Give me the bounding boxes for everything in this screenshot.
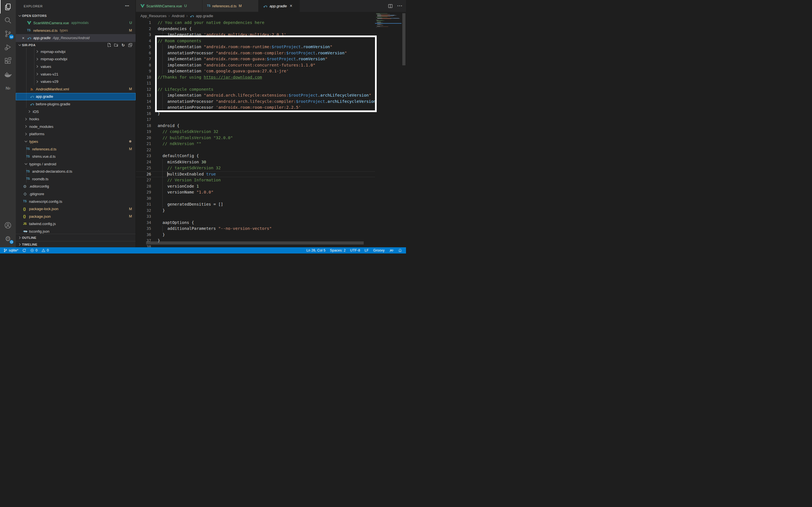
activity-run-and-debug-icon[interactable] (0, 41, 16, 54)
tree-item-mipmap-xxhdpi[interactable]: mipmap-xxhdpi (16, 48, 136, 55)
tab-scanwithcamera-vue[interactable]: ScanWithCamera.vueU (136, 0, 202, 12)
code-line-26[interactable]: 26 multiDexEnabled true (136, 171, 375, 177)
end-of-line[interactable]: LF (364, 248, 369, 252)
feedback[interactable] (389, 248, 394, 252)
tree-item-gitignore[interactable]: .gitignore (16, 190, 136, 198)
tree-item-package-json[interactable]: {}package.jsonM (16, 213, 136, 220)
code-line-2[interactable]: 2dependencies { (136, 26, 375, 32)
project-section-header[interactable]: SIR-PDA↻ (16, 42, 136, 48)
warnings[interactable]: 0 (42, 248, 49, 252)
code-line-22[interactable]: 22 (136, 147, 375, 153)
git-branch-status[interactable]: sqlite* (3, 248, 18, 252)
new-folder-icon[interactable] (114, 43, 119, 48)
new-file-icon[interactable] (107, 43, 112, 48)
tree-item-hooks[interactable]: hooks (16, 115, 136, 123)
breadcrumb-item-app-gradle[interactable]: app.gradle (190, 14, 213, 18)
tree-item-shims-vue-d-ts[interactable]: TSshims.vue.d.ts (16, 153, 136, 160)
code-line-24[interactable]: 24 minSdkVersion 30 (136, 159, 375, 165)
tree-item-roomdb-ts[interactable]: TSroomdb.ts (16, 175, 136, 183)
open-editors-header[interactable]: OPEN EDITORS (16, 12, 136, 19)
tree-item-android-declarations-d-ts[interactable]: TSandroid-declarations.d.ts (16, 168, 136, 175)
tree-item-androidmanifest-xml[interactable]: AndroidManifest.xmlM (16, 86, 136, 93)
more-actions-icon[interactable]: ··· (397, 5, 403, 7)
code-line-25[interactable]: 25 // targetSdkVersion 32 (136, 165, 375, 171)
close-icon[interactable]: × (290, 4, 292, 8)
activity-docker-icon[interactable] (0, 68, 16, 81)
refresh-explorer-icon[interactable]: ↻ (121, 43, 126, 48)
tree-item-editorconfig[interactable]: ⚙.editorconfig (16, 183, 136, 190)
activity-settings-icon[interactable]: ⚙ (0, 232, 16, 245)
code-line-30[interactable]: 30 (136, 195, 375, 202)
tree-item-nativescript-config-ts[interactable]: TSnativescript.config.ts (16, 198, 136, 205)
tree-item-types[interactable]: types (16, 138, 136, 145)
code-line-16[interactable]: 16} (136, 111, 375, 117)
split-editor-icon[interactable] (388, 4, 393, 8)
breadcrumb-item-app-resources[interactable]: App_Resources (140, 14, 167, 18)
code-line-12[interactable]: 12// Lifecycle components (136, 87, 375, 93)
tree-item-typings-android[interactable]: typings / android (16, 160, 136, 168)
horizontal-scrollbar[interactable] (146, 241, 364, 244)
code-editor[interactable]: 1// You can add your native dependencies… (136, 20, 375, 247)
tree-item-app-gradle[interactable]: app.gradle (16, 93, 136, 101)
activity-nativescript-icon[interactable]: N≥ (0, 81, 16, 95)
tree-item-tailwind-config-js[interactable]: JStailwind.config.js (16, 220, 136, 228)
code-line-20[interactable]: 20 // buildToolsVersion "32.0.0" (136, 135, 375, 141)
vertical-scrollbar[interactable] (402, 13, 405, 65)
tree-item-tsconfig-json[interactable]: TStsconfig.json (16, 228, 136, 234)
tab-references-d-ts[interactable]: TSreferences.d.tsM (202, 0, 259, 12)
tab-app-gradle[interactable]: app.gradle× (259, 0, 300, 12)
activity-explorer-icon[interactable] (0, 0, 16, 13)
encoding[interactable]: UTF-8 (350, 248, 360, 252)
collapse-folders-icon[interactable] (128, 43, 133, 48)
breadcrumb-item-android[interactable]: Android (172, 14, 185, 18)
code-line-19[interactable]: 19 // compileSdkVersion 32 (136, 129, 375, 135)
code-line-17[interactable]: 17 (136, 117, 375, 123)
code-line-6[interactable]: 6 annotationProcessor "androidx.room:roo… (136, 50, 375, 56)
open-editor-scanwithcamera-vue[interactable]: ScanWithCamera.vueapp/modalsU (16, 19, 136, 27)
tree-item-references-d-ts[interactable]: TSreferences.d.tsM (16, 145, 136, 153)
errors[interactable]: 0 (30, 248, 38, 252)
tree-item-values-v21[interactable]: values-v21 (16, 70, 136, 78)
tree-item-node-modules[interactable]: node_modules (16, 123, 136, 130)
tree-item-mipmap-xxxhdpi[interactable]: mipmap-xxxhdpi (16, 55, 136, 63)
code-line-10[interactable]: 10//Thanks for using https://jar-downloa… (136, 74, 375, 80)
code-line-35[interactable]: 35 additionalParameters "--no-version-ve… (136, 226, 375, 232)
tree-item-values-v29[interactable]: values-v29 (16, 78, 136, 86)
code-line-7[interactable]: 7 implementation "androidx.room:room-gua… (136, 56, 375, 62)
cursor-position[interactable]: Ln 26, Col 5 (306, 248, 325, 252)
code-line-29[interactable]: 29 versionName "1.0.0" (136, 189, 375, 195)
open-editor-references-d-ts[interactable]: TSreferences.d.tstypesM (16, 27, 136, 34)
open-editor-app-gradle[interactable]: ×app.gradleApp_Resources/Android (16, 34, 136, 42)
activity-extensions-icon[interactable] (0, 54, 16, 68)
code-line-3[interactable]: 3 implementation 'androidx.multidex:mult… (136, 32, 375, 38)
code-line-14[interactable]: 14 annotationProcessor "android.arch.lif… (136, 99, 375, 105)
minimap[interactable] (375, 12, 402, 241)
code-line-33[interactable]: 33 (136, 214, 375, 220)
tree-item-values[interactable]: values (16, 63, 136, 70)
code-line-1[interactable]: 1// You can add your native dependencies… (136, 20, 375, 26)
code-line-18[interactable]: 18android { (136, 123, 375, 129)
code-line-13[interactable]: 13 implementation "android.arch.lifecycl… (136, 93, 375, 99)
tree-item-platforms[interactable]: platforms (16, 130, 136, 138)
code-line-15[interactable]: 15 annotationProcessor 'androidx.room:ro… (136, 105, 375, 111)
timeline-section-header[interactable]: TIMELINE (16, 241, 136, 247)
code-line-9[interactable]: 9 implementation 'com.google.guava:guava… (136, 68, 375, 74)
close-icon[interactable]: × (22, 36, 27, 40)
tree-item-before-plugins-gradle[interactable]: before-plugins.gradle (16, 100, 136, 108)
notifications[interactable] (398, 248, 402, 252)
code-line-34[interactable]: 34 aaptOptions { (136, 220, 375, 226)
comment-link[interactable]: https://jar-download.com (204, 75, 262, 79)
tree-item-ios[interactable]: iOS (16, 108, 136, 115)
code-line-23[interactable]: 23 defaultConfig { (136, 153, 375, 159)
outline-section-header[interactable]: OUTLINE (16, 234, 136, 241)
code-line-8[interactable]: 8 implementation "androidx.concurrent:co… (136, 62, 375, 68)
code-line-11[interactable]: 11 (136, 80, 375, 87)
code-line-36[interactable]: 36 } (136, 232, 375, 238)
code-line-27[interactable]: 27 // Version Information (136, 177, 375, 183)
language-mode[interactable]: Groovy (373, 248, 385, 252)
explorer-more-actions-icon[interactable]: ⋯ (125, 3, 130, 8)
code-line-31[interactable]: 31 generatedDensities = [] (136, 202, 375, 208)
code-line-21[interactable]: 21 // ndkVersion "" (136, 141, 375, 147)
sync-changes[interactable] (22, 248, 26, 252)
code-line-4[interactable]: 4// Room components (136, 38, 375, 44)
